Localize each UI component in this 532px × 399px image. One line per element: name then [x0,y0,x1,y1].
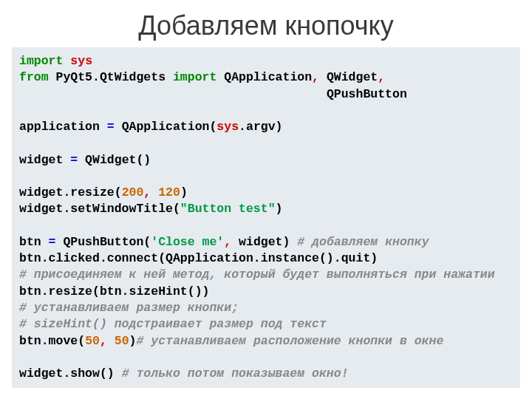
btn: btn [19,235,49,249]
resize2: btn.resize(btn.sizeHint()) [19,284,209,299]
num: 200 [122,185,144,200]
id-qwidget: QWidget [319,70,378,84]
mod-sys: sys [70,54,92,68]
sp [151,185,158,200]
qwidget-call: QWidget() [78,153,151,167]
str: "Button test" [180,202,276,216]
op-eq: = [49,235,56,249]
kw-import: import [19,54,63,68]
comma: , [100,334,107,348]
connect: btn.clicked.connect(QApplication.instanc… [19,251,378,265]
kw-from: from [19,70,49,84]
call: QApplication( [115,120,217,134]
arg: widget) [231,235,297,249]
comment: # только потом показываем окно! [122,366,349,381]
id-qpb: QPushButton [327,87,407,101]
id-app: application [19,120,107,134]
id-qapp: QApplication [216,70,312,84]
str: 'Close me' [151,235,224,249]
kw-import2: import [173,70,216,84]
comment: # sizeHint() подстраивает размер под тек… [19,317,327,331]
num: 50 [115,334,129,348]
argv: .argv) [239,120,282,134]
mod-sys: sys [216,120,239,134]
comment: # устанавливаем расположение кнопки в ок… [136,334,443,348]
paren: ) [129,334,137,348]
show: widget.show() [19,366,122,381]
move: btn.move( [19,334,85,348]
qpb-call: QPushButton( [56,235,151,249]
comma: , [224,235,231,249]
id-widget: widget [19,153,70,167]
num: 120 [158,185,180,200]
comma: , [378,70,385,84]
code-block: import sys from PyQt5.QtWidgets import Q… [12,47,520,388]
comma: , [143,185,151,200]
paren: ) [276,202,283,216]
num: 50 [85,334,100,348]
slide: Добавляем кнопочку import sys from PyQt5… [0,0,532,399]
comma: , [312,70,319,84]
paren: ) [180,185,188,200]
comment: # добавляем кнопку [297,235,429,249]
pad [19,87,327,101]
op-eq: = [70,153,78,167]
pkg: PyQt5.QtWidgets [49,70,173,84]
comment: # устанавливаем размер кнопки; [19,301,239,315]
resize-call: widget.resize( [19,185,122,200]
sp [107,334,115,348]
comment: # присоединяем к ней метод, который буде… [19,267,495,282]
setwt: widget.setWindowTitle( [19,202,180,216]
slide-title: Добавляем кнопочку [0,0,532,47]
op-eq: = [107,120,115,134]
